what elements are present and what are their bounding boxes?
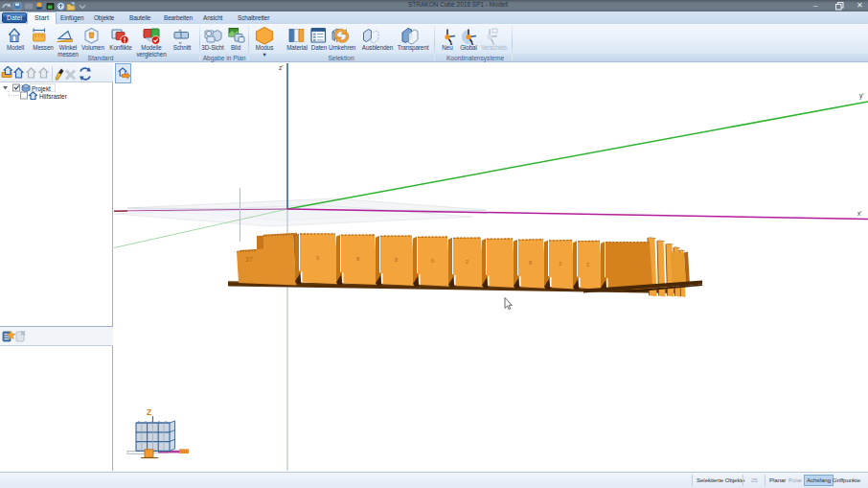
svg-text:Projekt: Projekt [32, 85, 51, 93]
svg-text:Z: Z [147, 407, 151, 417]
svg-text:2: 2 [466, 259, 468, 265]
svg-text:8: 8 [395, 257, 398, 263]
svg-text:2: 2 [586, 262, 589, 267]
svg-text:8: 8 [356, 256, 359, 262]
svg-text:37: 37 [245, 256, 253, 263]
svg-text:3: 3 [559, 261, 561, 267]
svg-text:x': x' [857, 210, 862, 217]
svg-text:0: 0 [431, 258, 434, 264]
svg-text:y': y' [859, 92, 864, 100]
svg-text:0: 0 [316, 255, 319, 261]
svg-text:z': z' [279, 64, 284, 71]
svg-text:Hilfsraster: Hilfsraster [39, 93, 68, 100]
svg-text:8: 8 [529, 260, 532, 266]
